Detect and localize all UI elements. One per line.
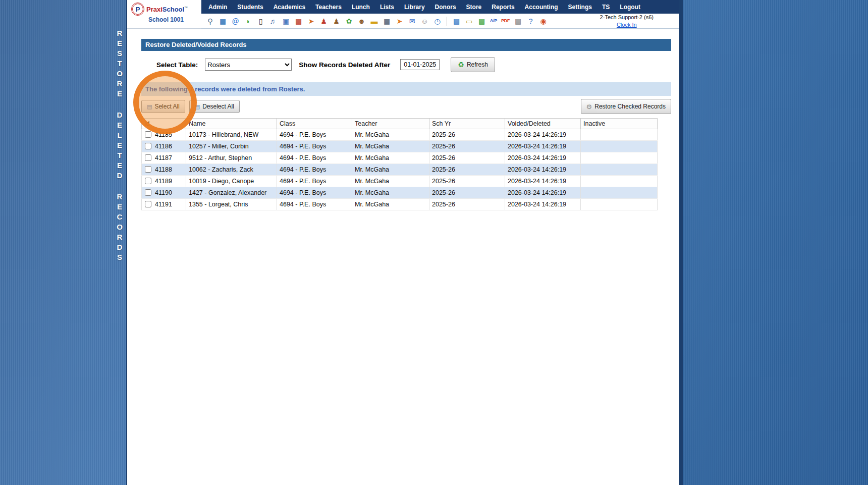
clock-in-link[interactable]: Clock In bbox=[617, 22, 637, 28]
group-icon[interactable]: ☻ bbox=[357, 18, 366, 25]
copier-icon[interactable]: ▤ bbox=[513, 18, 523, 25]
nav-item-ts[interactable]: TS bbox=[597, 0, 615, 14]
row-sch-yr: 2025-26 bbox=[429, 152, 505, 164]
keycard-icon[interactable]: ▭ bbox=[464, 18, 474, 25]
page-content: Restore Deleted/Voided Records Select Ta… bbox=[127, 29, 679, 210]
refresh-button[interactable]: ♻ Refresh bbox=[451, 57, 495, 72]
student-red-icon[interactable]: ♟ bbox=[319, 18, 329, 25]
row-class: 4694 - P.E. Boys bbox=[277, 164, 352, 176]
row-teacher: Mr. McGaha bbox=[352, 176, 429, 187]
nav-item-store[interactable]: Store bbox=[461, 0, 487, 14]
person-icon[interactable]: ☺ bbox=[420, 18, 429, 25]
restore-label: Restore Checked Records bbox=[594, 103, 666, 110]
nav-item-library[interactable]: Library bbox=[399, 0, 430, 14]
select-all-button[interactable]: ▤ Select All bbox=[141, 100, 185, 113]
praxischool-logo-icon: P bbox=[131, 3, 144, 16]
send-icon[interactable]: ➤ bbox=[395, 18, 404, 25]
id-cell: 41187 bbox=[142, 152, 186, 164]
row-id: 41185 bbox=[155, 131, 172, 138]
monitor-icon[interactable]: ▣ bbox=[281, 18, 291, 25]
search-icon[interactable]: ⚲ bbox=[205, 18, 215, 25]
nav-item-admin[interactable]: Admin bbox=[203, 0, 232, 14]
ap-icon[interactable]: A/P bbox=[490, 19, 498, 23]
nav-item-settings[interactable]: Settings bbox=[563, 0, 597, 14]
row-voided-deleted: 2026-03-24 14:26:19 bbox=[505, 187, 581, 199]
header-right: AdminStudentsAcademicsTeachersLunchLists… bbox=[201, 0, 679, 29]
row-class: 4694 - P.E. Boys bbox=[277, 176, 352, 187]
student-brown-icon[interactable]: ♟ bbox=[332, 18, 341, 25]
stop-icon[interactable]: ◉ bbox=[538, 18, 548, 25]
cash-icon[interactable]: ▬ bbox=[369, 18, 379, 25]
column-header-teacher: Teacher bbox=[352, 119, 429, 129]
user-block: 2-Tech Support-2 (s6) Clock In bbox=[600, 14, 654, 28]
row-inactive bbox=[581, 176, 658, 187]
row-checkbox-41186[interactable] bbox=[145, 143, 151, 149]
vertical-word: RECORDS bbox=[114, 193, 125, 261]
row-name: 10019 - Diego, Canope bbox=[186, 176, 277, 187]
row-class: 4694 - P.E. Boys bbox=[277, 141, 352, 152]
deselect-all-button[interactable]: ▤ Deselect All bbox=[189, 100, 240, 113]
toolbar-divider bbox=[447, 17, 447, 26]
trademark-symbol: ™ bbox=[184, 6, 188, 9]
row-name: 10173 - Hillebrand, NEW bbox=[186, 129, 277, 141]
row-checkbox-41191[interactable] bbox=[145, 201, 151, 207]
nav-item-logout[interactable]: Logout bbox=[615, 0, 645, 14]
nav-item-teachers[interactable]: Teachers bbox=[310, 0, 347, 14]
event-calendar-icon[interactable]: ▦ bbox=[294, 18, 303, 25]
deleted-after-input[interactable] bbox=[400, 59, 440, 70]
nav-item-accounting[interactable]: Accounting bbox=[520, 0, 563, 14]
mail-icon[interactable]: ✉ bbox=[407, 18, 417, 25]
row-inactive bbox=[581, 129, 658, 141]
calculator-icon[interactable]: ▦ bbox=[382, 18, 392, 25]
user-name: 2-Tech Support-2 (s6) bbox=[600, 14, 654, 21]
mobile-phone-icon[interactable]: ▯ bbox=[256, 18, 265, 25]
actions-row: ▤ Select All ▤ Deselect All ⚙ Restore Ch… bbox=[141, 96, 671, 118]
records-table: IdNameClassTeacherSch YrVoided/DeletedIn… bbox=[141, 118, 658, 210]
row-sch-yr: 2025-26 bbox=[429, 164, 505, 176]
restore-checked-button[interactable]: ⚙ Restore Checked Records bbox=[581, 99, 671, 114]
calendar-icon[interactable]: ▦ bbox=[218, 18, 228, 25]
id-cell: 41189 bbox=[142, 176, 186, 187]
column-header-voided-deleted: Voided/Deleted bbox=[505, 119, 581, 129]
row-id: 41188 bbox=[155, 166, 172, 173]
nav-item-students[interactable]: Students bbox=[232, 0, 268, 14]
speaker-icon[interactable]: ♬ bbox=[268, 18, 278, 25]
row-inactive bbox=[581, 199, 658, 210]
select-all-label: Select All bbox=[154, 103, 179, 110]
brand-logo-box[interactable]: P PraxiSchool™ School 1001 bbox=[127, 0, 201, 29]
row-checkbox-41188[interactable] bbox=[145, 166, 151, 173]
record-row-41188: 4118810062 - Zacharis, Zack4694 - P.E. B… bbox=[142, 164, 658, 176]
row-checkbox-41190[interactable] bbox=[145, 189, 151, 196]
brand-logo-row: P PraxiSchool™ bbox=[131, 3, 198, 16]
pdf-icon[interactable]: PDF bbox=[501, 19, 510, 23]
app-window: P PraxiSchool™ School 1001 AdminStudents… bbox=[126, 0, 683, 485]
nav-item-lunch[interactable]: Lunch bbox=[347, 0, 375, 14]
help-icon[interactable]: ? bbox=[526, 18, 535, 25]
email-at-icon[interactable]: @ bbox=[231, 18, 240, 25]
row-checkbox-41187[interactable] bbox=[145, 154, 151, 161]
row-name: 1355 - Lorgeat, Chris bbox=[186, 199, 277, 210]
page-title: Restore Deleted/Voided Records bbox=[141, 39, 671, 51]
row-checkbox-41189[interactable] bbox=[145, 178, 151, 184]
table-select[interactable]: Rosters bbox=[205, 59, 292, 71]
refresh-icon: ♻ bbox=[458, 61, 464, 68]
row-class: 4694 - P.E. Boys bbox=[277, 199, 352, 210]
row-name: 1427 - Gonzalez, Alexander bbox=[186, 187, 277, 199]
leaf-icon[interactable]: ✿ bbox=[344, 18, 354, 25]
nav-item-reports[interactable]: Reports bbox=[486, 0, 519, 14]
nav-item-lists[interactable]: Lists bbox=[375, 0, 399, 14]
nav-item-donors[interactable]: Donors bbox=[430, 0, 461, 14]
printer-icon[interactable]: ▤ bbox=[477, 18, 486, 25]
info-message: The following 7 records were deleted fro… bbox=[141, 82, 671, 96]
clock-icon[interactable]: ◷ bbox=[432, 18, 442, 25]
vertical-word: RESTORE bbox=[114, 29, 125, 97]
deselect-all-label: Deselect All bbox=[202, 103, 234, 110]
spreadsheet-icon[interactable]: ▤ bbox=[452, 18, 461, 25]
select-table-label: Select Table: bbox=[156, 61, 198, 69]
nav-item-academics[interactable]: Academics bbox=[268, 0, 310, 14]
row-class: 4694 - P.E. Boys bbox=[277, 129, 352, 141]
row-checkbox-41185[interactable] bbox=[145, 131, 151, 138]
chat-icon[interactable]: ◗ bbox=[243, 18, 253, 25]
row-voided-deleted: 2026-03-24 14:26:19 bbox=[505, 164, 581, 176]
megaphone-icon[interactable]: ➤ bbox=[306, 18, 316, 25]
